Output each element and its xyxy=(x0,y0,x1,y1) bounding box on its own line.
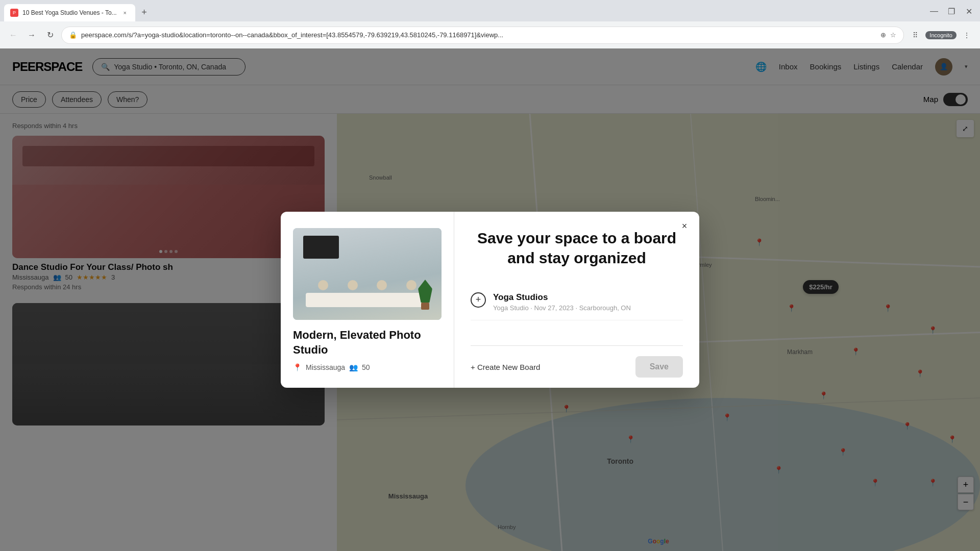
board-separator: · xyxy=(530,304,534,312)
modal-title-line2: and stay organized xyxy=(507,249,646,266)
close-window-button[interactable]: ✕ xyxy=(962,4,976,18)
minimize-button[interactable]: — xyxy=(927,4,941,18)
board-name: Yoga Studios xyxy=(493,292,631,303)
back-button[interactable]: ← xyxy=(6,28,20,42)
save-button[interactable]: Save xyxy=(635,356,683,378)
board-info: Yoga Studios Yoga Studio · Nov 27, 2023 … xyxy=(493,292,631,312)
venue-tv xyxy=(303,236,339,259)
refresh-button[interactable]: ↻ xyxy=(43,28,57,42)
board-separator2: · xyxy=(575,304,579,312)
tab-title: 10 Best Yoga Studio Venues - To... xyxy=(22,9,117,16)
modal-venue-title: Modern, Elevated Photo Studio xyxy=(293,328,442,357)
board-type: Yoga Studio xyxy=(493,304,529,312)
incognito-badge: Incognito xyxy=(925,31,957,39)
venue-location-icon: 📍 xyxy=(293,363,302,371)
board-item[interactable]: + Yoga Studios Yoga Studio · Nov 27, 202… xyxy=(471,284,683,320)
browser-controls: ← → ↻ 🔒 peerspace.com/s/?a=yoga-studio&l… xyxy=(0,21,980,48)
browser-titlebar: P 10 Best Yoga Studio Venues - To... × +… xyxy=(0,0,980,21)
modal-close-button[interactable]: × xyxy=(677,219,692,234)
modal-venue-meta: 📍 Mississauga 👥 50 xyxy=(293,363,442,371)
venue-attendees-icon: 👥 xyxy=(349,363,358,371)
board-location: Scarborough, ON xyxy=(579,304,631,312)
browser-tab[interactable]: P 10 Best Yoga Studio Venues - To... × xyxy=(4,4,135,21)
board-date: Nov 27, 2023 xyxy=(534,304,574,312)
menu-button[interactable]: ⋮ xyxy=(960,28,974,42)
browser-chrome: P 10 Best Yoga Studio Venues - To... × +… xyxy=(0,0,980,48)
modal-left-panel: Modern, Elevated Photo Studio 📍 Mississa… xyxy=(281,212,454,388)
board-add-icon: + xyxy=(471,292,486,308)
modal-footer: + Create New Board Save xyxy=(471,345,683,388)
address-bar[interactable]: 🔒 peerspace.com/s/?a=yoga-studio&locatio… xyxy=(61,27,904,44)
modal-overlay[interactable]: × xyxy=(0,48,980,551)
url-text: peerspace.com/s/?a=yoga-studio&location=… xyxy=(81,31,876,39)
save-board-modal: × xyxy=(281,212,699,388)
modal-title-line1: Save your space to a board xyxy=(477,230,676,246)
new-tab-button[interactable]: + xyxy=(137,5,152,19)
modal-title: Save your space to a board and stay orga… xyxy=(471,228,683,268)
modal-right-panel: Save your space to a board and stay orga… xyxy=(454,212,699,388)
tab-close-button[interactable]: × xyxy=(121,9,129,17)
extensions-button[interactable]: ⠿ xyxy=(908,28,922,42)
board-meta: Yoga Studio · Nov 27, 2023 · Scarborough… xyxy=(493,304,631,312)
forward-button[interactable]: → xyxy=(24,28,39,42)
venue-location: Mississauga xyxy=(306,363,345,371)
venue-image-decoration xyxy=(293,228,442,320)
restore-button[interactable]: ❐ xyxy=(944,4,959,18)
create-new-board-button[interactable]: + Create New Board xyxy=(471,363,540,371)
modal-venue-image xyxy=(293,228,442,320)
browser-action-icons: ⠿ Incognito ⋮ xyxy=(908,28,974,42)
modal-spacer xyxy=(471,320,683,345)
venue-attendees: 50 xyxy=(362,363,370,371)
tab-favicon: P xyxy=(10,9,18,17)
